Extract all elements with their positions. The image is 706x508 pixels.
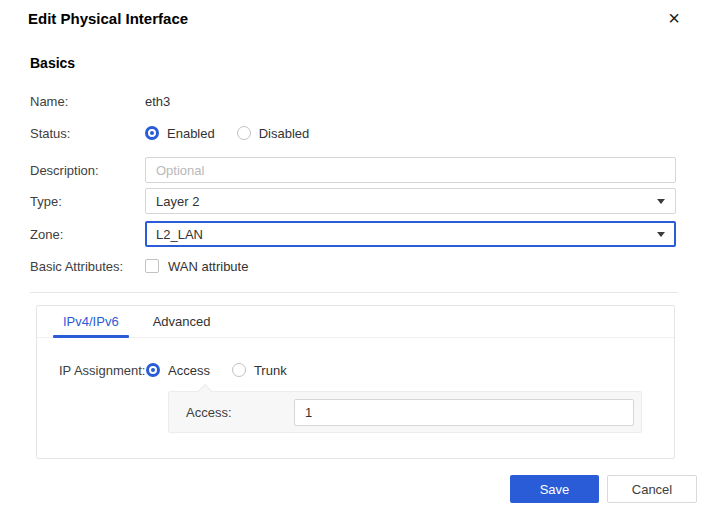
basic-attributes-label: Basic Attributes:	[30, 259, 145, 274]
wan-attribute-label[interactable]: WAN attribute	[168, 259, 248, 274]
access-field-label: Access:	[186, 405, 294, 420]
status-label: Status:	[30, 126, 145, 141]
type-row: Type: Layer 2	[30, 188, 676, 214]
status-enabled-option[interactable]: Enabled	[145, 126, 215, 141]
section-divider	[30, 292, 678, 293]
type-label: Type:	[30, 194, 145, 209]
tab-advanced[interactable]: Advanced	[143, 306, 221, 337]
dialog-header: Edit Physical Interface ×	[28, 10, 688, 27]
ip-assignment-radio-group: Access Trunk	[146, 363, 309, 378]
description-row: Description:	[30, 157, 676, 183]
radio-unselected-icon[interactable]	[237, 126, 251, 140]
cancel-button[interactable]: Cancel	[607, 475, 697, 503]
type-select-value: Layer 2	[156, 194, 199, 209]
ip-assignment-row: IP Assignment: Access Trunk	[59, 361, 654, 379]
description-label: Description:	[30, 163, 145, 178]
basic-attributes-row: Basic Attributes: WAN attribute	[30, 257, 676, 275]
tab-ipv4-ipv6[interactable]: IPv4/IPv6	[53, 306, 129, 337]
access-sub-panel: Access:	[168, 391, 642, 433]
chevron-down-icon	[657, 232, 665, 237]
type-select[interactable]: Layer 2	[145, 188, 676, 214]
name-value: eth3	[145, 94, 170, 109]
status-radio-group: Enabled Disabled	[145, 126, 331, 141]
basics-heading: Basics	[30, 55, 75, 71]
ip-assignment-access-option[interactable]: Access	[146, 363, 210, 378]
description-input[interactable]	[145, 157, 676, 183]
tab-ipv4-ipv6-label: IPv4/IPv6	[63, 314, 119, 329]
panel-caret-up	[198, 384, 212, 398]
status-row: Status: Enabled Disabled	[30, 124, 676, 142]
edit-physical-interface-dialog: Edit Physical Interface × Basics Name: e…	[0, 0, 706, 508]
radio-unselected-icon[interactable]	[232, 363, 246, 377]
status-disabled-option[interactable]: Disabled	[237, 126, 310, 141]
chevron-down-icon	[657, 199, 665, 204]
tab-header: IPv4/IPv6 Advanced	[37, 306, 674, 338]
ip-assignment-trunk-label: Trunk	[254, 363, 287, 378]
zone-row: Zone: L2_LAN	[30, 221, 676, 247]
save-button[interactable]: Save	[510, 475, 599, 503]
status-disabled-label: Disabled	[259, 126, 310, 141]
name-row: Name: eth3	[30, 92, 676, 110]
wan-attribute-checkbox[interactable]	[145, 259, 159, 273]
name-label: Name:	[30, 94, 145, 109]
page-title: Edit Physical Interface	[28, 10, 188, 27]
close-icon[interactable]: ×	[668, 10, 680, 26]
radio-selected-icon[interactable]	[146, 363, 160, 377]
zone-select-value: L2_LAN	[156, 227, 203, 242]
tab-advanced-label: Advanced	[153, 314, 211, 329]
zone-label: Zone:	[30, 227, 145, 242]
ip-assignment-trunk-option[interactable]: Trunk	[232, 363, 287, 378]
zone-select[interactable]: L2_LAN	[145, 221, 676, 247]
ip-assignment-access-label: Access	[168, 363, 210, 378]
interface-settings-tabbox: IPv4/IPv6 Advanced IP Assignment: Access…	[36, 305, 675, 459]
ip-assignment-label: IP Assignment:	[59, 363, 146, 378]
status-enabled-label: Enabled	[167, 126, 215, 141]
access-input[interactable]	[294, 399, 634, 426]
radio-selected-icon[interactable]	[145, 126, 159, 140]
